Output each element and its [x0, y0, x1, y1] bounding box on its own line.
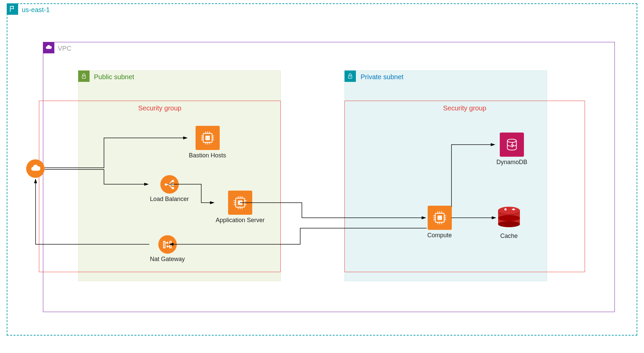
public-subnet-lock-icon: [78, 70, 90, 82]
app-server-label: Application Server: [216, 217, 265, 224]
compute-icon: [196, 126, 220, 150]
load-balancer-icon: [160, 175, 179, 194]
bastion-node[interactable]: Bastion Hosts: [189, 126, 226, 159]
svg-rect-11: [238, 200, 242, 205]
nat-gateway-icon: [158, 235, 177, 254]
region-label: us-east-1: [22, 6, 50, 14]
svg-point-14: [507, 139, 517, 143]
svg-rect-7: [172, 180, 174, 182]
private-subnet-lock-icon: [344, 70, 356, 82]
compute-label: Compute: [427, 232, 452, 239]
svg-point-1: [84, 77, 84, 77]
svg-rect-8: [172, 184, 174, 186]
cloud-icon: [26, 159, 45, 178]
nat-gateway-label: Nat Gateway: [150, 256, 185, 263]
private-security-group-box: Security group: [344, 101, 585, 272]
compute-icon: [228, 191, 252, 215]
private-subnet-label: Private subnet: [361, 73, 404, 81]
svg-rect-9: [172, 187, 174, 189]
load-balancer-node[interactable]: Load Balancer: [150, 175, 189, 203]
app-server-node[interactable]: Application Server: [216, 191, 265, 224]
svg-rect-13: [437, 215, 442, 220]
cache-node[interactable]: Cache: [498, 206, 520, 240]
cache-label: Cache: [500, 233, 518, 240]
nat-gateway-node[interactable]: Nat Gateway: [150, 235, 185, 263]
compute-node[interactable]: Compute: [427, 206, 452, 239]
cache-icon: [498, 206, 520, 231]
private-security-group-label: Security group: [345, 104, 585, 112]
svg-point-15: [498, 207, 520, 214]
internet-node[interactable]: [26, 159, 45, 178]
public-security-group-label: Security group: [39, 104, 280, 112]
vpc-label: VPC: [58, 45, 71, 52]
bastion-label: Bastion Hosts: [189, 152, 226, 159]
vpc-cloud-icon: [43, 42, 54, 53]
diagram-canvas: us-east-1 VPC Public subnet Private subn…: [0, 0, 644, 353]
svg-rect-5: [205, 136, 210, 140]
database-icon: [500, 133, 524, 157]
load-balancer-label: Load Balancer: [150, 196, 189, 203]
dynamodb-label: DynamoDB: [496, 159, 527, 166]
svg-point-17: [504, 208, 506, 210]
region-flag-icon: [7, 3, 18, 15]
svg-point-6: [165, 183, 167, 186]
dynamodb-node[interactable]: DynamoDB: [496, 133, 527, 166]
svg-point-3: [350, 77, 351, 77]
compute-icon: [428, 206, 452, 230]
public-subnet-label: Public subnet: [94, 73, 134, 81]
